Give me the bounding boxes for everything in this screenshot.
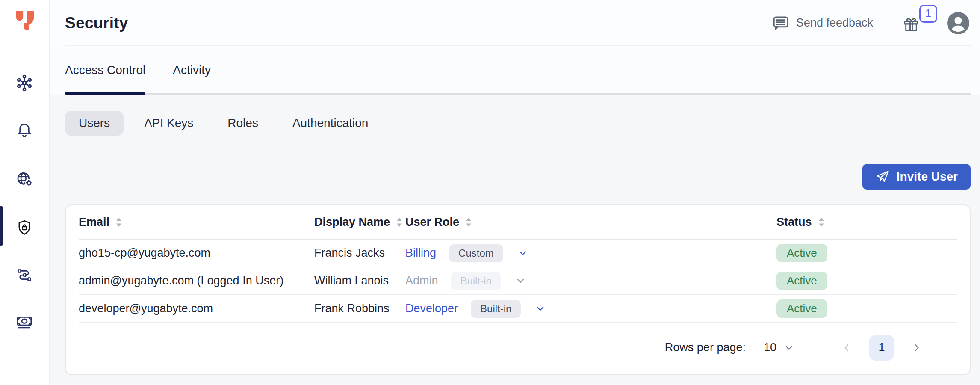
sort-icon[interactable] bbox=[115, 216, 123, 228]
subtab-authentication[interactable]: Authentication bbox=[279, 111, 382, 136]
content-area: Users API Keys Roles Authentication Invi… bbox=[50, 95, 980, 385]
rows-per-page-label: Rows per page: bbox=[665, 341, 746, 354]
chevron-down-icon bbox=[517, 247, 528, 259]
column-header-email[interactable]: Email bbox=[79, 216, 314, 229]
user-email: developer@yugabyte.com bbox=[79, 302, 314, 315]
user-email: admin@yugabyte.com (Logged In User) bbox=[79, 274, 314, 287]
role-link[interactable]: Developer bbox=[405, 302, 458, 315]
sidebar-item-billing[interactable] bbox=[0, 310, 49, 334]
previous-page-button[interactable] bbox=[841, 342, 853, 354]
user-display-name: Frank Robbins bbox=[314, 302, 405, 315]
page-number-button[interactable]: 1 bbox=[869, 335, 894, 361]
status-badge: Active bbox=[776, 299, 827, 318]
sidebar-item-clusters[interactable] bbox=[0, 71, 49, 95]
sort-icon[interactable] bbox=[817, 216, 826, 228]
column-header-user-role[interactable]: User Role bbox=[405, 216, 776, 229]
role-type-badge: Built-in bbox=[471, 300, 521, 318]
integrations-flow-icon bbox=[15, 266, 34, 284]
chevron-down-icon bbox=[783, 342, 794, 353]
send-feedback-button[interactable]: Send feedback bbox=[772, 14, 873, 32]
user-avatar[interactable] bbox=[947, 12, 970, 35]
tab-access-control[interactable]: Access Control bbox=[65, 46, 145, 95]
security-shield-lock-icon bbox=[15, 218, 34, 237]
gift-button[interactable]: 1 bbox=[901, 12, 921, 35]
tab-bar: Access Control Activity bbox=[50, 46, 980, 95]
billing-money-icon bbox=[15, 312, 34, 331]
gift-count-badge: 1 bbox=[919, 5, 937, 23]
send-feedback-label: Send feedback bbox=[796, 16, 873, 30]
send-plane-icon bbox=[875, 169, 890, 184]
table-footer: Rows per page: 10 1 bbox=[79, 323, 957, 372]
chevron-right-icon bbox=[911, 342, 923, 354]
table-row: developer@yugabyte.com Frank Robbins Dev… bbox=[79, 295, 957, 323]
sort-icon[interactable] bbox=[395, 216, 404, 228]
sidebar-item-integrations[interactable] bbox=[0, 263, 49, 287]
user-status-cell: Active bbox=[776, 272, 957, 290]
role-dropdown-button[interactable] bbox=[515, 275, 526, 287]
chevron-down-icon bbox=[534, 303, 546, 314]
users-table: Email Display Name User Role bbox=[79, 205, 957, 372]
user-status-cell: Active bbox=[776, 244, 957, 262]
user-role-cell: Billing Custom bbox=[405, 244, 776, 262]
sidebar-item-alerts[interactable] bbox=[0, 118, 49, 142]
tab-activity[interactable]: Activity bbox=[173, 46, 211, 95]
yugabyte-logo[interactable] bbox=[13, 8, 38, 34]
sidebar-item-network[interactable] bbox=[0, 167, 49, 191]
user-display-name: William Lanois bbox=[314, 274, 405, 287]
column-header-status[interactable]: Status bbox=[776, 216, 957, 229]
next-page-button[interactable] bbox=[911, 342, 923, 354]
table-row: gho15-cp@yugabyte.com Francis Jacks Bill… bbox=[79, 240, 957, 267]
chevron-down-icon bbox=[515, 275, 526, 287]
role-type-badge: Built-in bbox=[451, 272, 501, 290]
user-status-cell: Active bbox=[776, 299, 957, 318]
page-title: Security bbox=[65, 14, 128, 32]
role-dropdown-button[interactable] bbox=[534, 303, 546, 314]
header-actions: Send feedback 1 bbox=[772, 12, 970, 35]
status-badge: Active bbox=[776, 272, 827, 290]
sidebar bbox=[0, 0, 50, 385]
page-header: Security Send feedback bbox=[50, 0, 980, 46]
subtab-bar: Users API Keys Roles Authentication bbox=[65, 95, 971, 136]
subtab-api-keys[interactable]: API Keys bbox=[130, 111, 207, 136]
role-dropdown-button[interactable] bbox=[517, 247, 528, 259]
invite-user-button[interactable]: Invite User bbox=[862, 164, 971, 190]
column-header-display-name[interactable]: Display Name bbox=[314, 216, 405, 229]
main-area: Security Send feedback bbox=[50, 0, 980, 385]
users-table-card: Email Display Name User Role bbox=[65, 204, 971, 375]
table-header-row: Email Display Name User Role bbox=[79, 205, 957, 240]
user-role-cell: Developer Built-in bbox=[405, 300, 776, 318]
gift-icon bbox=[901, 14, 921, 35]
clusters-icon bbox=[15, 74, 34, 92]
invite-user-label: Invite User bbox=[897, 170, 958, 184]
rows-per-page-select[interactable]: 10 bbox=[764, 341, 794, 354]
user-email: gho15-cp@yugabyte.com bbox=[79, 246, 314, 260]
user-role-cell: Admin Built-in bbox=[405, 272, 776, 290]
alerts-bell-icon bbox=[15, 121, 34, 139]
subtab-roles[interactable]: Roles bbox=[214, 111, 272, 136]
toolbar: Invite User bbox=[65, 164, 971, 190]
role-link: Admin bbox=[405, 274, 438, 287]
network-globe-gear-icon bbox=[15, 170, 34, 189]
user-display-name: Francis Jacks bbox=[314, 246, 405, 260]
role-type-badge: Custom bbox=[449, 244, 503, 262]
status-badge: Active bbox=[776, 244, 827, 262]
table-row: admin@yugabyte.com (Logged In User) Will… bbox=[79, 267, 957, 295]
avatar-person-icon bbox=[947, 12, 970, 35]
yugabyte-logo-icon bbox=[13, 8, 38, 33]
subtab-users[interactable]: Users bbox=[65, 111, 124, 136]
chevron-left-icon bbox=[841, 342, 853, 354]
sidebar-active-indicator bbox=[0, 206, 3, 246]
sort-icon[interactable] bbox=[464, 216, 473, 228]
sidebar-item-security[interactable] bbox=[0, 216, 49, 240]
feedback-bubble-icon bbox=[772, 14, 790, 32]
role-link[interactable]: Billing bbox=[405, 246, 436, 260]
rows-per-page-value: 10 bbox=[764, 341, 776, 354]
